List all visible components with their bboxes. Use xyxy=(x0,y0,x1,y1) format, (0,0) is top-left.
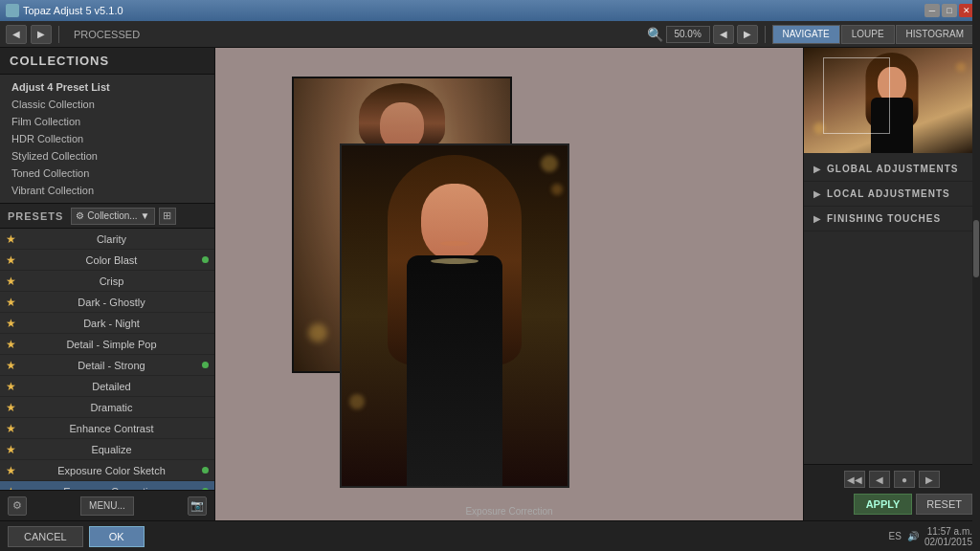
system-clock: 11:57 a.m. 02/01/2015 xyxy=(924,526,972,547)
local-adj-label: LOCAL ADJUSTMENTS xyxy=(827,188,950,199)
apply-button[interactable]: APPLY xyxy=(854,494,913,515)
thumbnail-inner xyxy=(804,48,980,153)
preset-name: Clarity xyxy=(21,233,202,245)
preset-item-exposure-sketch[interactable]: ★ Exposure Color Sketch xyxy=(0,460,214,481)
preset-item-detail-strong[interactable]: ★ Detail - Strong xyxy=(0,355,214,376)
finishing-touches-section[interactable]: ▶ FINISHING TOUCHES xyxy=(804,207,980,231)
processed-label: PROCESSED xyxy=(66,29,147,40)
preset-item-crisp[interactable]: ★ Crisp xyxy=(0,271,214,292)
preset-name: Crisp xyxy=(21,276,202,287)
thumb-face xyxy=(878,67,906,101)
language-indicator: ES xyxy=(889,531,902,541)
presets-label: PRESETS xyxy=(8,210,63,222)
global-adjustments-section[interactable]: ▶ GLOBAL ADJUSTMENTS xyxy=(804,157,980,182)
bottom-left: CANCEL OK xyxy=(8,526,145,547)
left-panel: COLLECTIONS Adjust 4 Preset List Classic… xyxy=(0,48,215,520)
system-icons: 🔊 xyxy=(907,531,919,541)
right-panel-scrollbar[interactable] xyxy=(972,0,980,551)
reset-button[interactable]: RESET xyxy=(916,494,972,515)
preset-item-dramatic[interactable]: ★ Dramatic xyxy=(0,397,214,418)
minimize-button[interactable]: ─ xyxy=(924,4,940,17)
preset-item-dark-night[interactable]: ★ Dark - Night xyxy=(0,313,214,334)
nav-right-button[interactable]: ▶ xyxy=(31,25,52,44)
collections-header: COLLECTIONS xyxy=(0,48,214,75)
collection-item-2[interactable]: Film Collection xyxy=(0,113,214,130)
preset-name: Dark - Ghostly xyxy=(21,297,202,308)
zoom-in-button[interactable]: ▶ xyxy=(737,25,758,44)
title-bar-controls: ─ □ ✕ xyxy=(924,4,974,17)
preset-item-exposure-correction[interactable]: ★ Exposure Correction xyxy=(0,481,214,490)
presets-grid-button[interactable]: ⊞ xyxy=(159,208,176,225)
zoom-controls: 🔍 ◀ ▶ xyxy=(647,25,758,44)
photo-label: Exposure Correction xyxy=(465,506,552,517)
preset-name: Enhance Contrast xyxy=(21,423,202,434)
top-toolbar: ◀ ▶ PROCESSED 🔍 ◀ ▶ NAVIGATE LOUPE HISTO… xyxy=(0,21,980,48)
title-bar: Topaz Adjust 5 v5.1.0 ─ □ ✕ xyxy=(0,0,980,21)
preset-star: ★ xyxy=(6,401,21,414)
presets-dropdown[interactable]: ⚙ Collection... ▼ xyxy=(71,208,154,225)
collection-item-5[interactable]: Toned Collection xyxy=(0,165,214,182)
collection-list: Adjust 4 Preset List Classic Collection … xyxy=(0,75,214,204)
toolbar-separator xyxy=(58,26,59,43)
rp-forward-button[interactable]: ▶ xyxy=(919,471,940,488)
app-title: Topaz Adjust 5 v5.1.0 xyxy=(23,5,123,16)
bottom-bar: CANCEL OK ES 🔊 11:57 a.m. 02/01/2015 xyxy=(0,520,980,551)
preset-item-equalize[interactable]: ★ Equalize xyxy=(0,439,214,460)
presets-header: PRESETS ⚙ Collection... ▼ ⊞ xyxy=(0,204,214,229)
local-adjustments-section[interactable]: ▶ LOCAL ADJUSTMENTS xyxy=(804,182,980,207)
preset-name: Detailed xyxy=(21,381,202,392)
preset-name: Detail - Strong xyxy=(21,360,202,371)
photo-container xyxy=(215,48,803,520)
collection-item-6[interactable]: Vibrant Collection xyxy=(0,182,214,199)
preset-star: ★ xyxy=(6,232,21,246)
scrollbar-thumb[interactable] xyxy=(973,220,979,277)
tab-histogram[interactable]: HISTOGRAM xyxy=(896,25,974,44)
right-panel-bottom: ◀◀ ◀ ● ▶ APPLY RESET xyxy=(804,464,980,520)
presets-dropdown-arrow: ▼ xyxy=(141,210,150,221)
zoom-input[interactable] xyxy=(666,26,710,43)
right-panel: ▶ GLOBAL ADJUSTMENTS ▶ LOCAL ADJUSTMENTS… xyxy=(803,48,980,520)
toolbar-separator-2 xyxy=(765,26,766,43)
title-bar-left: Topaz Adjust 5 v5.1.0 xyxy=(6,4,123,17)
menu-button[interactable]: MENU... xyxy=(80,496,134,516)
app-icon xyxy=(6,4,19,17)
main-layout: COLLECTIONS Adjust 4 Preset List Classic… xyxy=(0,48,980,520)
preset-item-color-blast[interactable]: ★ Color Blast xyxy=(0,250,214,271)
collection-item-4[interactable]: Stylized Collection xyxy=(0,147,214,165)
local-adj-arrow: ▶ xyxy=(813,188,821,199)
presets-dropdown-label: Collection... xyxy=(87,210,137,221)
ok-button[interactable]: OK xyxy=(89,526,145,547)
collection-item-0[interactable]: Adjust 4 Preset List xyxy=(0,78,214,96)
collection-item-1[interactable]: Classic Collection xyxy=(0,96,214,113)
preset-item-detailed[interactable]: ★ Detailed xyxy=(0,376,214,397)
preset-dot xyxy=(202,362,209,368)
rp-back-button[interactable]: ◀ xyxy=(869,471,890,488)
collection-item-3[interactable]: HDR Collection xyxy=(0,130,214,147)
preset-star: ★ xyxy=(6,359,21,372)
zoom-out-button[interactable]: ◀ xyxy=(713,25,734,44)
rp-capture-button[interactable]: ● xyxy=(894,471,915,488)
preset-name: Equalize xyxy=(21,444,202,455)
preset-star: ★ xyxy=(6,464,21,477)
photo-foreground xyxy=(340,143,569,488)
settings-button[interactable]: ⚙ xyxy=(8,496,27,516)
maximize-button[interactable]: □ xyxy=(942,4,957,17)
tab-navigate[interactable]: NAVIGATE xyxy=(772,25,840,44)
center-canvas: Exposure Correction xyxy=(215,48,803,520)
preset-star: ★ xyxy=(6,443,21,456)
cancel-button[interactable]: CANCEL xyxy=(8,526,83,547)
nav-left-button[interactable]: ◀ xyxy=(6,25,27,44)
system-tray: ES 🔊 11:57 a.m. 02/01/2015 xyxy=(889,526,972,547)
preset-star: ★ xyxy=(6,422,21,435)
preset-item-clarity[interactable]: ★ Clarity xyxy=(0,229,214,250)
camera-button[interactable]: 📷 xyxy=(188,496,207,516)
rp-prev-button[interactable]: ◀◀ xyxy=(844,471,865,488)
preset-star: ★ xyxy=(6,380,21,393)
preset-item-detail-simple[interactable]: ★ Detail - Simple Pop xyxy=(0,334,214,355)
preset-star: ★ xyxy=(6,296,21,309)
preset-item-enhance-contrast[interactable]: ★ Enhance Contrast xyxy=(0,418,214,439)
preset-item-dark-ghostly[interactable]: ★ Dark - Ghostly xyxy=(0,292,214,313)
preset-name: Dramatic xyxy=(21,402,202,413)
preset-star: ★ xyxy=(6,317,21,330)
tab-loupe[interactable]: LOUPE xyxy=(841,25,895,44)
